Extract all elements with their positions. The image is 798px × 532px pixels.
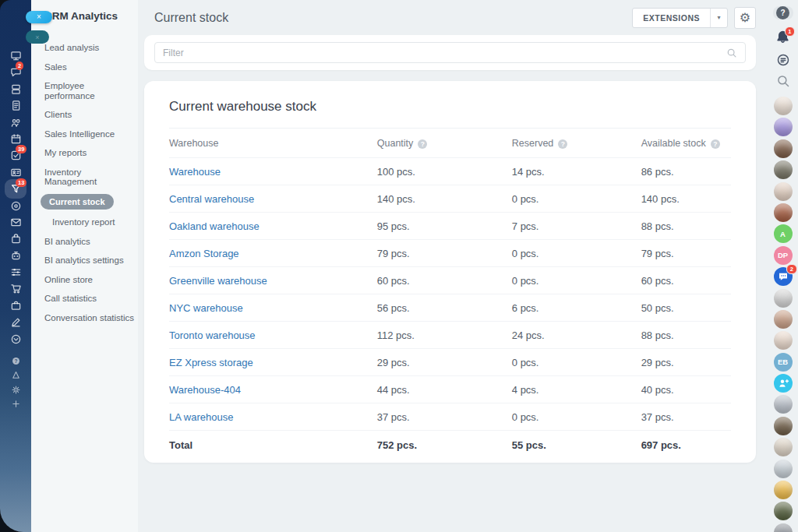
search-icon[interactable] [726,48,737,58]
user-avatar[interactable] [774,523,793,532]
reserved-cell: 0 pcs. [512,248,641,259]
sidebar-item-sales[interactable]: Sales [31,58,138,77]
contact-center-icon[interactable] [9,167,22,178]
sidebar-item-clients[interactable]: Clients [31,105,138,125]
available-cell: 88 pcs. [641,220,731,232]
crm-analytics-sidebar: CRM Analytics Lead analysisSalesEmployee… [31,0,138,532]
sidebar-item-my-reports[interactable]: My reports [31,143,138,163]
sidebar-item-call-statistics[interactable]: Call statistics [31,289,138,308]
user-avatar[interactable] [774,460,793,478]
user-avatar[interactable] [774,502,793,520]
employees-icon[interactable] [9,117,22,129]
help-button[interactable]: ? [773,6,793,19]
collapsed-close-pill: × [26,30,49,44]
warehouse-link[interactable]: Amzon Storage [169,248,239,259]
column-hint-icon[interactable]: ? [711,139,720,149]
extensions-dropdown-button[interactable]: ▾ [710,9,727,27]
sidebar-item-inventory-report[interactable]: Inventory report [31,213,138,232]
filter-input[interactable] [163,48,726,58]
user-avatar[interactable] [774,203,793,222]
documents-icon[interactable] [9,100,22,111]
user-avatar-initials[interactable]: A [774,224,793,243]
user-avatar[interactable] [774,160,793,179]
crm-funnel-icon[interactable]: 13 [9,183,22,195]
sidebar-item-conversation-statistics[interactable]: Conversation statistics [31,308,138,328]
warehouse-link[interactable]: Warehouse [169,166,221,178]
column-header: Available stock? [641,138,731,149]
available-cell: 40 pcs. [641,384,731,396]
mail-icon[interactable] [9,217,22,228]
sidebar-item-sales-intelligence[interactable]: Sales Intelligence [31,125,138,144]
quantity-cell: 79 pcs. [377,248,512,259]
total-label: Total [169,439,377,451]
user-avatar[interactable] [774,289,793,308]
user-avatar[interactable] [774,417,793,435]
user-avatar[interactable] [774,331,793,350]
user-avatar[interactable] [774,481,793,499]
user-avatar[interactable] [774,438,793,456]
user-avatar-initials[interactable]: DP [774,246,793,265]
sidebar-item-online-store[interactable]: Online store [31,270,138,290]
column-hint-icon[interactable]: ? [418,139,427,149]
more-chevron-icon[interactable] [9,333,22,345]
warehouse-link[interactable]: EZ Xpress storage [169,357,253,368]
user-avatar[interactable] [774,139,793,158]
user-avatar[interactable] [774,118,793,136]
chat-button[interactable] [776,53,790,67]
online-store-cart-icon[interactable] [9,283,22,294]
table-header-row: WarehouseQuantity?Reserved?Available sto… [169,128,731,158]
sidebar-item-current-stock[interactable]: Current stock [41,194,114,210]
gear-icon[interactable] [9,384,22,395]
user-avatar-initials[interactable]: EB [774,353,793,372]
page-title: Current stock [154,11,228,25]
tasks-icon[interactable]: 39 [9,150,22,161]
sign-pencil-icon[interactable] [9,316,22,328]
warehouse-link[interactable]: Oakland warehouse [169,220,260,232]
warehouse-link[interactable]: NYC warehouse [169,302,243,314]
marketing-target-icon[interactable] [9,200,22,212]
warehouse-link[interactable]: LA warehouse [169,411,233,423]
app-sidebar-rail: 23913 ? [0,0,31,532]
column-hint-icon[interactable]: ? [558,139,567,149]
user-avatar[interactable] [774,395,793,414]
user-avatar[interactable] [774,182,793,201]
svg-text:?: ? [14,358,17,363]
available-cell: 37 pcs. [641,411,731,423]
warehouse-link[interactable]: Warehouse-404 [169,384,241,396]
search-button[interactable] [776,74,790,88]
user-avatar[interactable] [774,310,793,329]
sidebar-item-bi-analytics-settings[interactable]: BI analytics settings [31,251,138,270]
settings-sliders-icon[interactable] [9,266,22,278]
messenger-icon[interactable]: 2 [9,66,22,78]
quantity-cell: 95 pcs. [377,220,512,232]
total-quantity: 752 pcs. [377,439,512,451]
warehouse-link[interactable]: Toronto warehouse [169,329,256,341]
extensions-button[interactable]: EXTENSIONS [633,9,710,27]
total-reserved: 55 pcs. [512,439,641,451]
live-feed-icon[interactable] [9,50,22,62]
calendar-icon[interactable] [9,133,22,145]
help-icon[interactable]: ? [9,355,22,366]
community-icon[interactable] [9,370,22,381]
filter-box [154,42,746,63]
table-row: LA warehouse37 pcs.0 pcs.37 pcs. [169,403,731,431]
messenger-app-icon[interactable]: 2 [774,267,793,286]
workgroups-icon[interactable] [9,83,22,95]
notifications-bell-button[interactable]: 1 [775,30,790,44]
company-case-icon[interactable] [9,300,22,312]
sidebar-item-bi-analytics[interactable]: BI analytics [31,232,138,252]
page-settings-button[interactable]: ⚙ [734,7,756,29]
close-panel-button[interactable]: × [26,11,52,23]
sites-bag-icon[interactable] [9,233,22,245]
add-plus-icon[interactable] [9,399,22,410]
sidebar-item-inventory-management[interactable]: Inventory Management [31,163,138,192]
reserved-cell: 0 pcs. [512,275,641,287]
filter-panel [144,35,756,70]
invite-user-icon[interactable] [774,374,793,393]
warehouse-link[interactable]: Greenville warehouse [169,275,267,287]
table-row: Central warehouse140 pcs.0 pcs.140 pcs. [169,185,731,213]
sidebar-item-employee-performance[interactable]: Employee performance [31,76,138,105]
warehouse-link[interactable]: Central warehouse [169,193,254,205]
user-avatar[interactable] [774,97,793,115]
automation-robot-icon[interactable] [9,250,22,262]
